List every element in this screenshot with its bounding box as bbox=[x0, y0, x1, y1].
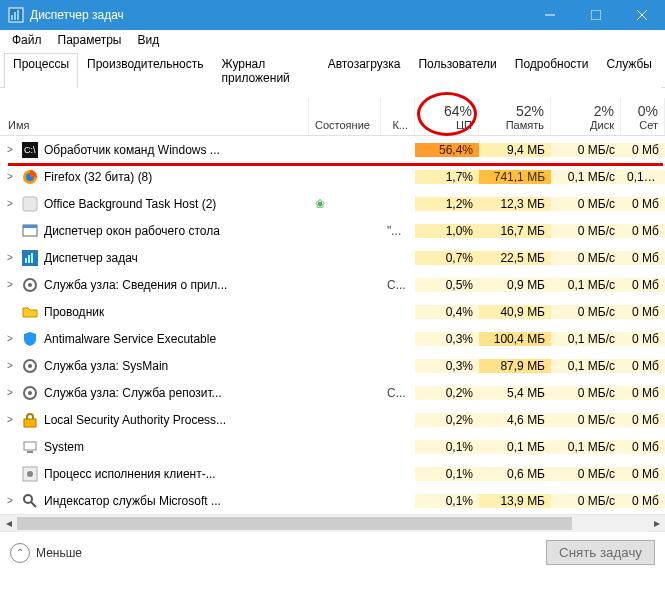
end-task-button[interactable]: Снять задачу bbox=[546, 540, 655, 565]
cell-disk: 0,1 МБ/с bbox=[551, 332, 621, 346]
col-memory[interactable]: 52%Память bbox=[479, 98, 551, 135]
cell-disk: 0,1 МБ/с bbox=[551, 170, 621, 184]
process-row[interactable]: >Firefox (32 бита) (8)1,7%741,1 МБ0,1 МБ… bbox=[0, 163, 665, 190]
cell-cpu: 1,0% bbox=[415, 224, 479, 238]
cell-network: 0,1 Мб bbox=[621, 170, 665, 184]
cell-cpu: 0,2% bbox=[415, 413, 479, 427]
cell-cpu: 1,7% bbox=[415, 170, 479, 184]
cell-memory: 40,9 МБ bbox=[479, 305, 551, 319]
cell-cpu: 0,2% bbox=[415, 386, 479, 400]
expand-chevron-icon[interactable]: > bbox=[4, 198, 16, 209]
cell-disk: 0,1 МБ/с bbox=[551, 278, 621, 292]
process-name: Antimalware Service Executable bbox=[44, 332, 216, 346]
cell-memory: 100,4 МБ bbox=[479, 332, 551, 346]
expand-chevron-icon[interactable]: > bbox=[4, 414, 16, 425]
cell-network: 0 Мб bbox=[621, 143, 665, 157]
process-icon bbox=[22, 331, 38, 347]
svg-point-30 bbox=[24, 495, 32, 503]
process-row[interactable]: System0,1%0,1 МБ0,1 МБ/с0 Мб bbox=[0, 433, 665, 460]
expand-chevron-icon[interactable]: > bbox=[4, 144, 16, 155]
svg-point-24 bbox=[28, 391, 32, 395]
svg-point-20 bbox=[28, 283, 32, 287]
col-disk[interactable]: 2%Диск bbox=[551, 98, 621, 135]
cell-network: 0 Мб bbox=[621, 251, 665, 265]
scroll-right-icon[interactable]: ▸ bbox=[648, 515, 665, 532]
col-name[interactable]: Имя bbox=[0, 98, 309, 135]
cell-disk: 0 МБ/с bbox=[551, 251, 621, 265]
tab-app-history[interactable]: Журнал приложений bbox=[213, 53, 319, 88]
tab-performance[interactable]: Производительность bbox=[78, 53, 212, 88]
expand-chevron-icon[interactable]: > bbox=[4, 360, 16, 371]
process-row[interactable]: Проводник0,4%40,9 МБ0 МБ/с0 Мб bbox=[0, 298, 665, 325]
fewer-details-button[interactable]: ⌃ Меньше bbox=[10, 543, 82, 563]
col-status[interactable]: Состояние bbox=[309, 98, 381, 135]
tab-processes[interactable]: Процессы bbox=[4, 53, 78, 88]
svg-line-31 bbox=[31, 502, 36, 507]
horizontal-scrollbar[interactable]: ◂ ▸ bbox=[0, 514, 665, 531]
cell-cpu: 0,3% bbox=[415, 332, 479, 346]
sort-chevron-icon: ⌄ bbox=[443, 100, 451, 110]
tab-details[interactable]: Подробности bbox=[506, 53, 598, 88]
process-row[interactable]: >Служба узла: SysMain0,3%87,9 МБ0,1 МБ/с… bbox=[0, 352, 665, 379]
cell-disk: 0 МБ/с bbox=[551, 494, 621, 508]
svg-rect-18 bbox=[31, 253, 33, 263]
svg-rect-2 bbox=[14, 12, 16, 20]
cell-memory: 0,9 МБ bbox=[479, 278, 551, 292]
process-row[interactable]: >Индексатор службы Microsoft ...0,1%13,9… bbox=[0, 487, 665, 514]
svg-rect-16 bbox=[25, 258, 27, 263]
tab-services[interactable]: Службы bbox=[598, 53, 661, 88]
process-icon bbox=[22, 358, 38, 374]
menu-file[interactable]: Файл bbox=[4, 31, 50, 49]
maximize-button[interactable] bbox=[573, 0, 619, 30]
scroll-track[interactable] bbox=[17, 515, 648, 532]
process-row[interactable]: >Служба узла: Служба репозит...С...0,2%5… bbox=[0, 379, 665, 406]
annotation-underline bbox=[8, 163, 663, 166]
cell-cpu: 0,4% bbox=[415, 305, 479, 319]
minimize-button[interactable] bbox=[527, 0, 573, 30]
tab-users[interactable]: Пользователи bbox=[409, 53, 505, 88]
process-icon bbox=[22, 385, 38, 401]
process-icon bbox=[22, 466, 38, 482]
col-cpu[interactable]: ⌄ 64% ЦП bbox=[415, 98, 479, 135]
svg-point-22 bbox=[28, 364, 32, 368]
process-row[interactable]: >Служба узла: Сведения о прил...С...0,5%… bbox=[0, 271, 665, 298]
process-row[interactable]: >C:\Обработчик команд Windows ...56,4%9,… bbox=[0, 136, 665, 163]
expand-chevron-icon[interactable]: > bbox=[4, 387, 16, 398]
process-icon bbox=[22, 439, 38, 455]
process-row[interactable]: >Office Background Task Host (2)❀1,2%12,… bbox=[0, 190, 665, 217]
cell-memory: 4,6 МБ bbox=[479, 413, 551, 427]
tab-startup[interactable]: Автозагрузка bbox=[319, 53, 410, 88]
expand-chevron-icon[interactable]: > bbox=[4, 279, 16, 290]
scroll-left-icon[interactable]: ◂ bbox=[0, 515, 17, 532]
col-network[interactable]: 0%Сет bbox=[621, 98, 665, 135]
svg-rect-12 bbox=[23, 197, 37, 211]
process-icon: C:\ bbox=[22, 142, 38, 158]
menubar: Файл Параметры Вид bbox=[0, 30, 665, 50]
expand-chevron-icon[interactable]: > bbox=[4, 333, 16, 344]
col-trunc[interactable]: К... bbox=[381, 98, 415, 135]
svg-line-7 bbox=[637, 10, 647, 20]
cell-cpu: 0,1% bbox=[415, 467, 479, 481]
process-row[interactable]: >Local Security Authority Process...0,2%… bbox=[0, 406, 665, 433]
expand-chevron-icon[interactable]: > bbox=[4, 171, 16, 182]
cell-memory: 12,3 МБ bbox=[479, 197, 551, 211]
cell-network: 0 Мб bbox=[621, 467, 665, 481]
process-row[interactable]: Процесс исполнения клиент-...0,1%0,6 МБ0… bbox=[0, 460, 665, 487]
scroll-thumb[interactable] bbox=[17, 517, 572, 530]
process-row[interactable]: >Диспетчер задач0,7%22,5 МБ0 МБ/с0 Мб bbox=[0, 244, 665, 271]
process-name: Обработчик команд Windows ... bbox=[44, 143, 220, 157]
cell-cpu: 0,3% bbox=[415, 359, 479, 373]
expand-chevron-icon[interactable]: > bbox=[4, 252, 16, 263]
fewer-label: Меньше bbox=[36, 546, 82, 560]
cell-disk: 0 МБ/с bbox=[551, 197, 621, 211]
cell-network: 0 Мб bbox=[621, 197, 665, 211]
cell-status: ❀ bbox=[309, 197, 381, 211]
process-icon bbox=[22, 169, 38, 185]
process-row[interactable]: >Antimalware Service Executable0,3%100,4… bbox=[0, 325, 665, 352]
cell-disk: 0,1 МБ/с bbox=[551, 359, 621, 373]
menu-options[interactable]: Параметры bbox=[50, 31, 130, 49]
expand-chevron-icon[interactable]: > bbox=[4, 495, 16, 506]
menu-view[interactable]: Вид bbox=[129, 31, 167, 49]
process-row[interactable]: Диспетчер окон рабочего стола"...1,0%16,… bbox=[0, 217, 665, 244]
close-button[interactable] bbox=[619, 0, 665, 30]
